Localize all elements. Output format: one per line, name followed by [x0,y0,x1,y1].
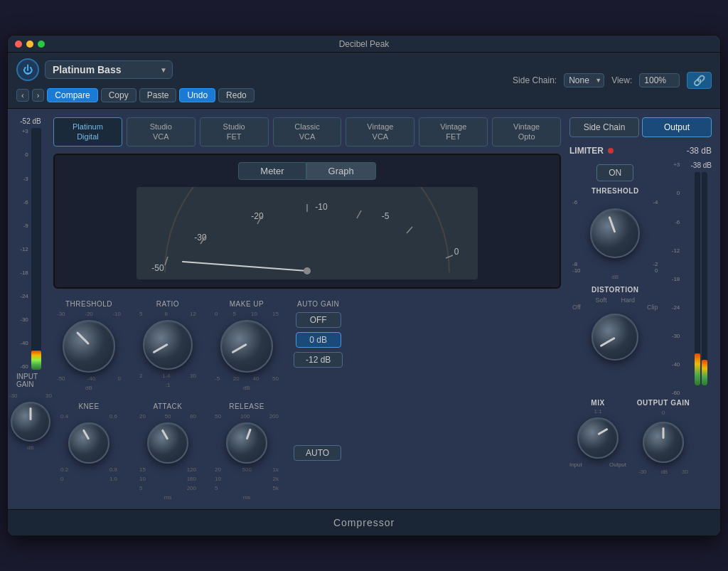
re-s3: 200 [269,413,279,420]
kn-sb4: 1.0 [109,476,117,482]
right-controls-col: ON THRESHOLD -6 -4 -8 -2 [569,161,661,363]
undo-button[interactable]: Undo [179,88,215,102]
tab-vintage-fet[interactable]: Vintage FET [419,117,488,146]
auto-gain-off[interactable]: OFF [296,312,341,328]
svg-text:-10: -10 [315,202,328,212]
rvu-s3: -6 [672,219,680,225]
ratio-knob[interactable] [143,320,193,370]
at-s2: 50 [165,413,171,420]
auto-gain-0db[interactable]: 0 dB [296,332,341,348]
side-chain-dropdown[interactable]: None [564,73,604,87]
paste-button[interactable]: Paste [139,88,177,102]
input-gain-indicator [30,407,32,420]
vu-scale-n18: -18 [20,270,28,276]
copy-button[interactable]: Copy [101,88,136,102]
input-vu-fill [31,351,41,370]
vu-scale-n40: -40 [20,340,28,346]
right-vu-bars [695,172,707,385]
mix-indicator [597,428,608,436]
vu-scale-left: +3 0 -3 -6 -9 -12 -18 -24 -30 -40 -60 [20,128,28,370]
output-gain-knob[interactable] [643,422,684,463]
output-gain-indicator [663,427,665,439]
makeup-knob[interactable] [220,320,273,373]
kn-sb3: 0 [60,476,63,482]
input-vu-meter: +3 0 -3 -6 -9 -12 -18 -24 -30 -40 -60 [20,128,41,370]
right-vu-threshold: ON THRESHOLD -6 -4 -8 -2 [569,161,712,396]
th-r-b1: -10 [572,267,581,274]
close-btn[interactable] [15,41,22,48]
threshold-scale-bottom: -50 -40 0 [57,375,121,382]
attack-knob[interactable] [147,422,188,464]
clip-label: Clip [647,304,658,311]
distortion-section: DISTORTION Soft Hard Off Clip [569,286,661,361]
tab-vintage-opto[interactable]: Vintage Opto [492,117,561,146]
mu-sb1: -5 [215,375,220,382]
right-vu-fill-2 [702,360,707,385]
at-sb1: 15 [139,466,146,473]
auto-btn[interactable]: AUTO [294,445,341,461]
tab-classic-vca[interactable]: Classic VCA [273,117,342,146]
input-gain-knob[interactable] [11,402,50,442]
on-button[interactable]: ON [596,164,633,181]
vu-scale-0: 0 [20,151,28,158]
knee-knob[interactable] [68,422,109,464]
tab-side-chain[interactable]: Side Chain [569,117,639,137]
back-button[interactable]: ‹ [16,89,29,102]
tab-platinum-digital[interactable]: Platinum Digital [53,117,122,146]
th-r-b2: 0 [655,267,658,274]
rvu-s8: -40 [672,361,680,368]
attack-label: ATTACK [154,402,183,410]
limiter-section: LIMITER -38 dB [569,146,712,156]
re-s2: 100 [240,413,250,420]
input-gain-label: INPUT GAIN [16,373,45,388]
forward-button[interactable]: › [32,89,45,102]
ra-sb1: 2 [139,373,142,379]
minimize-btn[interactable] [26,41,33,48]
preset-dropdown[interactable]: Platinum Bass [45,60,173,79]
tab-vintage-vca[interactable]: Vintage VCA [346,117,414,146]
rvu-s7: -30 [672,333,680,339]
link-button[interactable]: 🔗 [687,72,712,89]
input-vu-bar [31,128,41,370]
release-label: RELEASE [229,402,264,410]
view-percent[interactable]: 100% [639,73,680,87]
tab-studio-fet[interactable]: Studio FET [200,117,269,146]
compare-button[interactable]: Compare [47,88,97,102]
right-vu-bar-1 [695,172,700,385]
th-r-s2: -4 [653,199,658,206]
th-r-m1: -8 [572,261,577,267]
auto-gain-12db[interactable]: -12 dB [294,352,343,368]
mix-knob[interactable] [577,417,619,459]
soft-label: Soft [596,297,607,304]
auto-gain-section: AUTO GAIN OFF 0 dB -12 dB [294,300,343,368]
meter-tab-graph[interactable]: Graph [306,162,376,180]
threshold-knob[interactable] [63,320,115,373]
svg-text:-5: -5 [382,211,390,221]
makeup-scale-bottom: -5 20 40 50 [215,375,279,382]
mu-s3: 10 [251,311,257,317]
at-sb4: 160 [187,476,196,482]
maximize-btn[interactable] [38,41,45,48]
redo-button[interactable]: Redo [218,88,255,102]
distortion-knob[interactable] [592,314,638,361]
vu-gauge: -50 -30 -20 -10 -5 0 [62,187,552,279]
tab-output[interactable]: Output [642,117,712,137]
release-knob[interactable] [226,422,267,464]
th-sb3: 0 [118,375,121,382]
meter-tab-meter[interactable]: Meter [238,162,306,180]
rvu-s4: -12 [672,247,680,254]
release-unit: ms [243,494,251,501]
right-threshold-knob[interactable] [590,208,640,258]
kn-sb1: 0.2 [60,466,68,473]
mu-sb4: 50 [272,375,279,382]
knee-scale-top: 0.4 0.6 [60,413,117,420]
header-top-row: ⏻ Platinum Bass ▼ [16,58,255,81]
svg-text:-50: -50 [151,263,164,273]
distortion-label: DISTORTION [569,286,661,294]
rvu-s5: -18 [672,276,680,282]
tab-studio-vca[interactable]: Studio VCA [127,117,196,146]
power-button[interactable]: ⏻ [16,58,39,81]
hard-label: Hard [621,297,636,304]
ratio-label: RATIO [156,300,179,308]
vu-scale-n12: -12 [20,246,28,252]
